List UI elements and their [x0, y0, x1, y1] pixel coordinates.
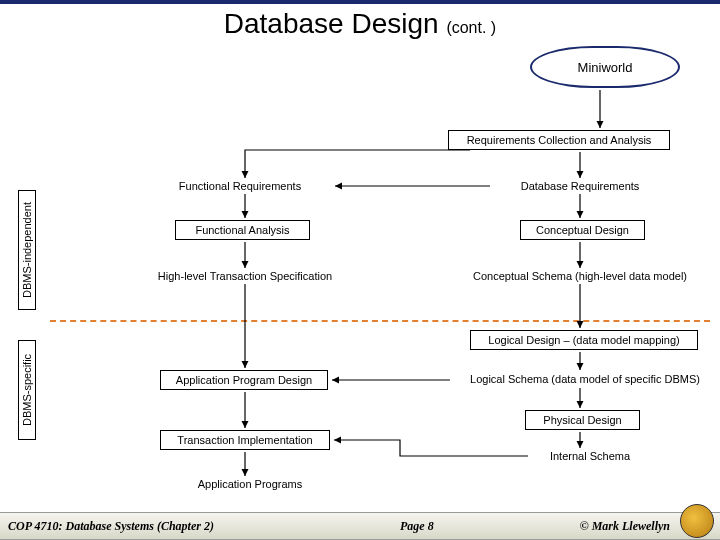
- intschema-text: Internal Schema: [530, 450, 650, 462]
- slide-title: Database Design (cont. ): [0, 8, 720, 40]
- dbms-independent-text: DBMS-independent: [21, 202, 33, 298]
- functional-analysis-label: Functional Analysis: [195, 224, 289, 236]
- req-collection-label: Requirements Collection and Analysis: [467, 134, 652, 146]
- concschema-text: Conceptual Schema (high-level data model…: [450, 270, 710, 282]
- app-program-design-label: Application Program Design: [176, 374, 312, 386]
- footer-logo-icon: [680, 504, 714, 538]
- functional-req-text: Functional Requirements: [150, 180, 330, 192]
- hltrans-text: High-level Transaction Specification: [140, 270, 350, 282]
- conceptual-design-box: Conceptual Design: [520, 220, 645, 240]
- hltrans-label: High-level Transaction Specification: [158, 270, 332, 282]
- dbms-specific-label: DBMS-specific: [18, 340, 36, 440]
- dashed-divider: [50, 320, 710, 322]
- dbms-independent-label: DBMS-independent: [18, 190, 36, 310]
- top-accent-bar: [0, 0, 720, 4]
- footer-center: Page 8: [214, 519, 580, 534]
- appprog-text: Application Programs: [185, 478, 315, 490]
- footer-left: COP 4710: Database Systems (Chapter 2): [0, 519, 214, 534]
- logschema-text: Logical Schema (data model of specific D…: [450, 373, 720, 385]
- physical-design-box: Physical Design: [525, 410, 640, 430]
- physical-design-label: Physical Design: [543, 414, 621, 426]
- functional-req-label: Functional Requirements: [179, 180, 301, 192]
- footer-bar: COP 4710: Database Systems (Chapter 2) P…: [0, 512, 720, 540]
- logical-design-box: Logical Design – (data model mapping): [470, 330, 698, 350]
- req-collection-box: Requirements Collection and Analysis: [448, 130, 670, 150]
- miniworld-label: Miniworld: [578, 60, 633, 75]
- intschema-label: Internal Schema: [550, 450, 630, 462]
- conceptual-design-label: Conceptual Design: [536, 224, 629, 236]
- trans-impl-label: Transaction Implementation: [177, 434, 312, 446]
- logschema-label: Logical Schema (data model of specific D…: [470, 373, 700, 385]
- trans-impl-box: Transaction Implementation: [160, 430, 330, 450]
- db-req-text: Database Requirements: [490, 180, 670, 192]
- app-program-design-box: Application Program Design: [160, 370, 328, 390]
- title-cont: (cont. ): [446, 19, 496, 36]
- miniworld-node: Miniworld: [530, 46, 680, 88]
- functional-analysis-box: Functional Analysis: [175, 220, 310, 240]
- db-req-label: Database Requirements: [521, 180, 640, 192]
- title-main: Database Design: [224, 8, 439, 39]
- appprog-label: Application Programs: [198, 478, 303, 490]
- concschema-label: Conceptual Schema (high-level data model…: [473, 270, 687, 282]
- logical-design-label: Logical Design – (data model mapping): [488, 334, 679, 346]
- dbms-specific-text: DBMS-specific: [21, 354, 33, 426]
